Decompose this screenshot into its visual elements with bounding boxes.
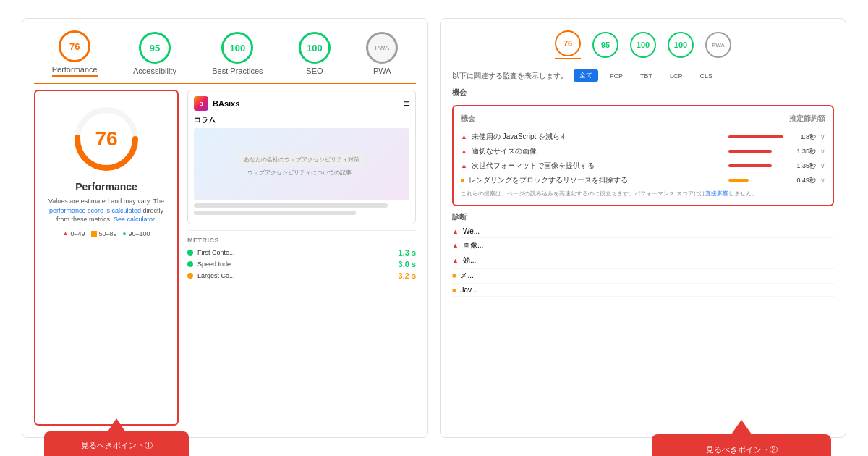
right-circle-pwa: PWA bbox=[705, 32, 731, 58]
metric-dot-fcp bbox=[187, 250, 193, 256]
opp-bar-container-0 bbox=[728, 135, 786, 138]
filter-label: 以下に関連する監査を表示します。 bbox=[452, 71, 568, 81]
performance-label: Performance bbox=[75, 181, 137, 193]
opp-header: 機会 推定節約額 bbox=[461, 114, 825, 127]
preview-line-2 bbox=[194, 211, 356, 215]
opp-item-1: ▲ 適切なサイズの画像 1.35秒 ∨ bbox=[461, 146, 825, 156]
legend-pass: ● 90–100 bbox=[123, 230, 150, 237]
diagnostics-section: 診断 ▲ We... ▲ 画像... ▲ 効... ■ メ... ■ Jav..… bbox=[452, 212, 834, 426]
opp-value-3: 0.49秒 bbox=[791, 176, 816, 185]
metric-name-si: Speed Inde... bbox=[197, 261, 394, 268]
diag-name-1: 画像... bbox=[463, 240, 483, 250]
opp-header-right: 推定節約額 bbox=[789, 114, 825, 124]
callout-1-box: 見るべきポイント① パフォーマンスの評価スコア bbox=[44, 431, 189, 456]
callout-2-box: 見るべきポイント② 機会（Opportunity）＝Google からのアドバイ… bbox=[652, 434, 831, 456]
metric-name-fcp: First Conte... bbox=[197, 249, 394, 256]
opp-value-2: 1.35秒 bbox=[791, 161, 816, 171]
callout-2-arrow bbox=[731, 420, 752, 434]
metric-value-lcp: 3.2 s bbox=[399, 271, 416, 280]
opp-bar-1 bbox=[728, 150, 772, 153]
tab-performance[interactable]: 76 Performance bbox=[52, 30, 98, 77]
opp-icon-3: ■ bbox=[461, 177, 464, 184]
calculator-link[interactable]: See calculator. bbox=[114, 216, 156, 223]
opp-name-0: 未使用の JavaScript を減らす bbox=[472, 132, 724, 142]
right-panel: 76 95 100 100 PWA bbox=[440, 18, 846, 438]
metric-name-lcp: Largest Co... bbox=[197, 272, 394, 279]
diag-icon-3: ■ bbox=[452, 272, 456, 279]
right-tab-pwa[interactable]: PWA bbox=[705, 32, 731, 58]
opp-bar-container-1 bbox=[728, 150, 786, 153]
preview-line-1 bbox=[194, 203, 388, 208]
site-logo: B bbox=[194, 96, 208, 111]
opp-name-1: 適切なサイズの画像 bbox=[472, 146, 724, 156]
filter-tbt[interactable]: TBT bbox=[634, 71, 658, 81]
filter-lcp[interactable]: LCP bbox=[664, 71, 689, 81]
diag-name-0: We... bbox=[463, 227, 480, 235]
diag-icon-4: ■ bbox=[452, 287, 456, 294]
right-tab-performance[interactable]: 76 bbox=[555, 30, 581, 59]
opp-chevron-2[interactable]: ∨ bbox=[820, 162, 825, 169]
score-circle-accessibility: 95 bbox=[139, 32, 171, 64]
callout-2-wrapper: 見るべきポイント② 機会（Opportunity）＝Google からのアドバイ… bbox=[652, 420, 831, 456]
filter-fcp[interactable]: FCP bbox=[604, 71, 629, 81]
left-panel: 76 Performance 95 Accessibility 100 Best… bbox=[22, 18, 428, 438]
callout-1-title: 見るべきポイント① bbox=[57, 440, 176, 451]
opp-icon-1: ▲ bbox=[461, 148, 467, 155]
diag-name-4: Jav... bbox=[460, 286, 477, 294]
score-circle-seo: 100 bbox=[299, 32, 331, 64]
diag-icon-1: ▲ bbox=[452, 242, 459, 249]
opportunity-section: 機会 推定節約額 ▲ 未使用の JavaScript を減らす 1.8秒 ∨ ▲… bbox=[452, 105, 834, 206]
opp-chevron-3[interactable]: ∨ bbox=[820, 177, 825, 184]
diag-name-2: 効... bbox=[463, 256, 476, 266]
metric-value-si: 3.0 s bbox=[399, 260, 416, 269]
filter-all[interactable]: 全て bbox=[574, 69, 598, 82]
perf-score-link[interactable]: performance score is calculated bbox=[49, 207, 141, 214]
opp-value-1: 1.35秒 bbox=[791, 147, 816, 156]
callout-1-wrapper: 見るべきポイント① パフォーマンスの評価スコア bbox=[44, 418, 189, 456]
tab-accessibility[interactable]: 95 Accessibility bbox=[133, 32, 176, 75]
opp-item-0: ▲ 未使用の JavaScript を減らす 1.8秒 ∨ bbox=[461, 132, 825, 142]
opp-bar-2 bbox=[728, 164, 772, 167]
opp-name-2: 次世代フォーマットで画像を提供する bbox=[472, 161, 724, 171]
right-tab-best-practices[interactable]: 100 bbox=[630, 32, 656, 58]
opp-chevron-0[interactable]: ∨ bbox=[820, 133, 825, 140]
right-tab-seo[interactable]: 100 bbox=[668, 32, 694, 58]
right-preview-area: B BAsixs ≡ コラム あなたの会社のウェブアクセシビリティ対策 ウェブア… bbox=[187, 90, 416, 426]
gauge-number: 76 bbox=[95, 127, 117, 151]
score-circle-performance: 76 bbox=[59, 30, 90, 62]
opp-bar-container-2 bbox=[728, 164, 786, 167]
score-tabs-left: 76 Performance 95 Accessibility 100 Best… bbox=[34, 30, 416, 84]
tab-pwa[interactable]: PWA PWA bbox=[366, 32, 398, 75]
diag-item-3: ■ メ... bbox=[452, 269, 834, 284]
opp-header-left: 機会 bbox=[461, 114, 475, 124]
performance-description: Values are estimated and may vary. The p… bbox=[44, 197, 169, 224]
diag-item-1: ▲ 画像... bbox=[452, 238, 834, 253]
opp-note-link[interactable]: 直接影響 bbox=[705, 190, 728, 197]
diag-item-4: ■ Jav... bbox=[452, 284, 834, 297]
opp-icon-2: ▲ bbox=[461, 162, 467, 169]
metric-dot-si bbox=[187, 261, 193, 267]
preview-image: あなたの会社のウェブアクセシビリティ対策 ウェブアクセシビリティについての記事.… bbox=[194, 128, 409, 200]
score-legend: ▲ 0–49 50–89 ● 90–100 bbox=[63, 230, 150, 237]
tab-seo[interactable]: 100 SEO bbox=[299, 32, 331, 75]
opp-name-3: レンダリングをブロックするリソースを排除する bbox=[469, 175, 724, 185]
opp-chevron-1[interactable]: ∨ bbox=[820, 148, 825, 155]
opp-note: これらの提案は、ページの読み込みを高速化するのに役立ちます。パフォーマンス スコ… bbox=[461, 190, 825, 198]
menu-icon[interactable]: ≡ bbox=[404, 98, 409, 109]
diag-icon-2: ▲ bbox=[452, 257, 459, 264]
metric-dot-lcp bbox=[187, 273, 193, 279]
main-wrapper: 76 Performance 95 Accessibility 100 Best… bbox=[14, 11, 854, 445]
metric-fcp: First Conte... 1.3 s bbox=[187, 248, 416, 257]
preview-section-label: コラム bbox=[194, 115, 409, 125]
opp-item-3: ■ レンダリングをブロックするリソースを排除する 0.49秒 ∨ bbox=[461, 175, 825, 185]
metric-si: Speed Inde... 3.0 s bbox=[187, 260, 416, 269]
score-circle-best-practices: 100 bbox=[221, 32, 253, 64]
preview-header: B BAsixs ≡ bbox=[194, 96, 409, 111]
right-tab-accessibility[interactable]: 95 bbox=[592, 32, 618, 58]
tab-best-practices[interactable]: 100 Best Practices bbox=[212, 32, 263, 75]
filter-cls[interactable]: CLS bbox=[694, 71, 719, 81]
metrics-section: METRICS First Conte... 1.3 s Speed Inde.… bbox=[187, 230, 416, 283]
right-circle-seo: 100 bbox=[668, 32, 694, 58]
callout-2-title: 見るべきポイント② bbox=[668, 444, 815, 455]
site-preview-card: B BAsixs ≡ コラム あなたの会社のウェブアクセシビリティ対策 ウェブア… bbox=[187, 90, 416, 224]
